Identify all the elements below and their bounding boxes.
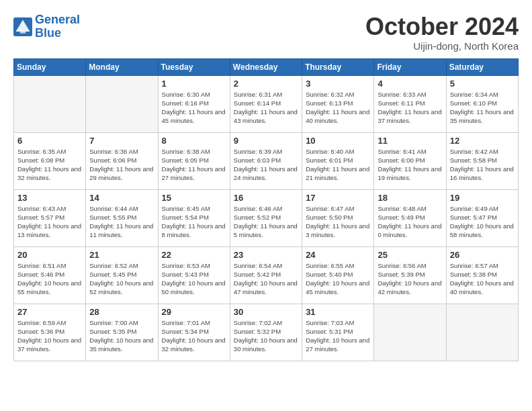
day-info: Sunrise: 6:30 AM Sunset: 6:16 PM Dayligh… (162, 90, 226, 126)
calendar-cell: 1Sunrise: 6:30 AM Sunset: 6:16 PM Daylig… (158, 75, 230, 132)
calendar-cell: 29Sunrise: 7:01 AM Sunset: 5:34 PM Dayli… (158, 304, 230, 361)
day-info: Sunrise: 6:39 AM Sunset: 6:03 PM Dayligh… (234, 147, 298, 183)
day-info: Sunrise: 6:35 AM Sunset: 6:08 PM Dayligh… (17, 147, 82, 183)
day-number: 18 (378, 193, 442, 203)
day-info: Sunrise: 6:44 AM Sunset: 5:55 PM Dayligh… (89, 204, 154, 240)
day-number: 28 (89, 307, 154, 317)
calendar-cell: 8Sunrise: 6:38 AM Sunset: 6:05 PM Daylig… (158, 132, 230, 189)
day-info: Sunrise: 6:36 AM Sunset: 6:06 PM Dayligh… (89, 147, 154, 183)
weekday-header: Saturday (446, 58, 518, 75)
day-info: Sunrise: 6:45 AM Sunset: 5:54 PM Dayligh… (162, 204, 226, 240)
day-info: Sunrise: 6:47 AM Sunset: 5:50 PM Dayligh… (306, 204, 370, 240)
day-number: 27 (17, 307, 82, 317)
calendar-cell: 25Sunrise: 6:56 AM Sunset: 5:39 PM Dayli… (374, 246, 446, 304)
calendar-cell: 14Sunrise: 6:44 AM Sunset: 5:55 PM Dayli… (86, 189, 158, 246)
day-number: 24 (306, 250, 370, 260)
day-number: 10 (306, 136, 370, 146)
weekday-header: Wednesday (230, 58, 302, 75)
title-area: October 2024 Uijin-dong, North Korea (365, 13, 519, 52)
calendar-cell: 23Sunrise: 6:54 AM Sunset: 5:42 PM Dayli… (230, 246, 302, 304)
calendar-week-row: 6Sunrise: 6:35 AM Sunset: 6:08 PM Daylig… (14, 132, 519, 189)
calendar-week-row: 13Sunrise: 6:43 AM Sunset: 5:57 PM Dayli… (14, 189, 519, 246)
calendar-week-row: 27Sunrise: 6:59 AM Sunset: 5:36 PM Dayli… (14, 304, 519, 361)
day-number: 9 (234, 136, 298, 146)
calendar-cell: 31Sunrise: 7:03 AM Sunset: 5:31 PM Dayli… (302, 304, 374, 361)
calendar-cell: 27Sunrise: 6:59 AM Sunset: 5:36 PM Dayli… (14, 304, 86, 361)
day-number: 11 (378, 136, 442, 146)
day-info: Sunrise: 6:32 AM Sunset: 6:13 PM Dayligh… (306, 90, 370, 126)
day-info: Sunrise: 6:59 AM Sunset: 5:36 PM Dayligh… (17, 318, 82, 354)
day-number: 5 (450, 79, 515, 89)
calendar-week-row: 1Sunrise: 6:30 AM Sunset: 6:16 PM Daylig… (14, 75, 519, 132)
calendar-cell: 24Sunrise: 6:55 AM Sunset: 5:40 PM Dayli… (302, 246, 374, 304)
day-info: Sunrise: 6:43 AM Sunset: 5:57 PM Dayligh… (17, 204, 82, 240)
svg-rect-2 (20, 30, 26, 33)
day-number: 8 (162, 136, 226, 146)
calendar-cell (446, 304, 518, 361)
day-info: Sunrise: 6:46 AM Sunset: 5:52 PM Dayligh… (234, 204, 298, 240)
logo: General Blue (13, 13, 80, 40)
calendar-cell: 18Sunrise: 6:48 AM Sunset: 5:49 PM Dayli… (374, 189, 446, 246)
calendar-cell: 11Sunrise: 6:41 AM Sunset: 6:00 PM Dayli… (374, 132, 446, 189)
calendar-cell (86, 75, 158, 132)
calendar-cell (374, 304, 446, 361)
calendar-cell: 13Sunrise: 6:43 AM Sunset: 5:57 PM Dayli… (14, 189, 86, 246)
calendar-cell: 5Sunrise: 6:34 AM Sunset: 6:10 PM Daylig… (446, 75, 518, 132)
weekday-header: Friday (374, 58, 446, 75)
day-number: 25 (378, 250, 442, 260)
calendar-cell: 21Sunrise: 6:52 AM Sunset: 5:45 PM Dayli… (86, 246, 158, 304)
logo-icon (13, 17, 32, 36)
calendar-cell: 6Sunrise: 6:35 AM Sunset: 6:08 PM Daylig… (14, 132, 86, 189)
day-number: 2 (234, 79, 298, 89)
day-number: 22 (162, 250, 226, 260)
calendar-body: 1Sunrise: 6:30 AM Sunset: 6:16 PM Daylig… (14, 75, 519, 361)
day-info: Sunrise: 6:51 AM Sunset: 5:46 PM Dayligh… (17, 261, 82, 297)
calendar-cell: 12Sunrise: 6:42 AM Sunset: 5:58 PM Dayli… (446, 132, 518, 189)
calendar-header-row: SundayMondayTuesdayWednesdayThursdayFrid… (14, 58, 519, 75)
logo-line2: Blue (35, 26, 61, 40)
day-number: 17 (306, 193, 370, 203)
day-info: Sunrise: 7:02 AM Sunset: 5:32 PM Dayligh… (234, 318, 298, 354)
day-info: Sunrise: 6:31 AM Sunset: 6:14 PM Dayligh… (234, 90, 298, 126)
weekday-header: Thursday (302, 58, 374, 75)
calendar-cell: 17Sunrise: 6:47 AM Sunset: 5:50 PM Dayli… (302, 189, 374, 246)
day-number: 16 (234, 193, 298, 203)
day-info: Sunrise: 6:52 AM Sunset: 5:45 PM Dayligh… (89, 261, 154, 297)
calendar-cell: 22Sunrise: 6:53 AM Sunset: 5:43 PM Dayli… (158, 246, 230, 304)
day-number: 15 (162, 193, 226, 203)
day-info: Sunrise: 7:03 AM Sunset: 5:31 PM Dayligh… (306, 318, 370, 354)
day-info: Sunrise: 6:34 AM Sunset: 6:10 PM Dayligh… (450, 90, 515, 126)
location-subtitle: Uijin-dong, North Korea (365, 40, 519, 52)
day-number: 20 (17, 250, 82, 260)
calendar-cell: 9Sunrise: 6:39 AM Sunset: 6:03 PM Daylig… (230, 132, 302, 189)
calendar-cell: 2Sunrise: 6:31 AM Sunset: 6:14 PM Daylig… (230, 75, 302, 132)
calendar-cell: 10Sunrise: 6:40 AM Sunset: 6:01 PM Dayli… (302, 132, 374, 189)
day-info: Sunrise: 6:49 AM Sunset: 5:47 PM Dayligh… (450, 204, 515, 240)
weekday-header: Tuesday (158, 58, 230, 75)
day-number: 19 (450, 193, 515, 203)
day-number: 14 (89, 193, 154, 203)
day-info: Sunrise: 6:48 AM Sunset: 5:49 PM Dayligh… (378, 204, 442, 240)
day-number: 31 (306, 307, 370, 317)
day-number: 12 (450, 136, 515, 146)
calendar-cell: 7Sunrise: 6:36 AM Sunset: 6:06 PM Daylig… (86, 132, 158, 189)
day-info: Sunrise: 6:41 AM Sunset: 6:00 PM Dayligh… (378, 147, 442, 183)
day-info: Sunrise: 7:01 AM Sunset: 5:34 PM Dayligh… (162, 318, 226, 354)
calendar-cell (14, 75, 86, 132)
calendar-cell: 4Sunrise: 6:33 AM Sunset: 6:11 PM Daylig… (374, 75, 446, 132)
calendar-cell: 20Sunrise: 6:51 AM Sunset: 5:46 PM Dayli… (14, 246, 86, 304)
calendar-cell: 15Sunrise: 6:45 AM Sunset: 5:54 PM Dayli… (158, 189, 230, 246)
day-number: 29 (162, 307, 226, 317)
calendar-cell: 28Sunrise: 7:00 AM Sunset: 5:35 PM Dayli… (86, 304, 158, 361)
day-number: 21 (89, 250, 154, 260)
day-info: Sunrise: 6:42 AM Sunset: 5:58 PM Dayligh… (450, 147, 515, 183)
calendar-cell: 16Sunrise: 6:46 AM Sunset: 5:52 PM Dayli… (230, 189, 302, 246)
day-number: 3 (306, 79, 370, 89)
day-info: Sunrise: 6:55 AM Sunset: 5:40 PM Dayligh… (306, 261, 370, 297)
calendar-cell: 19Sunrise: 6:49 AM Sunset: 5:47 PM Dayli… (446, 189, 518, 246)
month-title: October 2024 (365, 13, 519, 40)
day-number: 26 (450, 250, 515, 260)
day-info: Sunrise: 6:56 AM Sunset: 5:39 PM Dayligh… (378, 261, 442, 297)
day-info: Sunrise: 6:54 AM Sunset: 5:42 PM Dayligh… (234, 261, 298, 297)
calendar-table: SundayMondayTuesdayWednesdayThursdayFrid… (13, 58, 519, 361)
